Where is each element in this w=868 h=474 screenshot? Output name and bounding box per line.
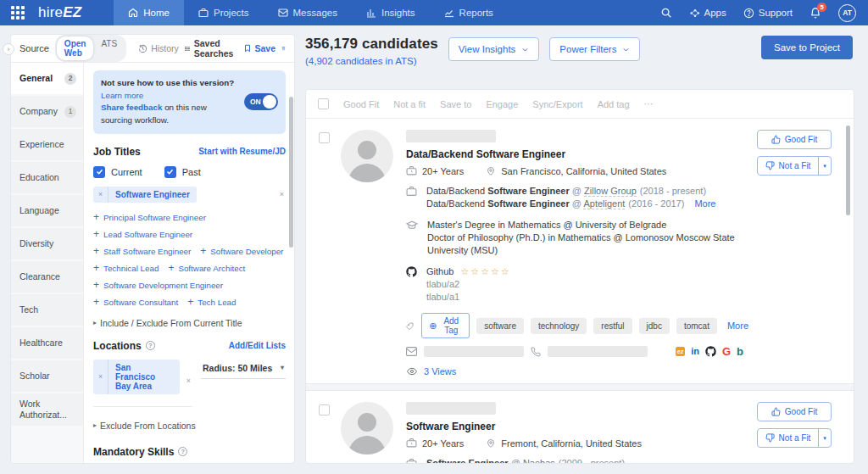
learn-more-link[interactable]: Learn more [101,91,143,100]
support-menu[interactable]: Support [743,8,793,19]
github-stars: ☆☆☆☆☆ [460,266,510,276]
job-title-suggestion[interactable]: +Software Architect [168,264,245,273]
views-link[interactable]: 3 Views [406,366,748,376]
nav-tab-messages[interactable]: Messages [264,0,352,25]
user-avatar[interactable]: AT [838,4,856,22]
source-option-open-web[interactable]: Open Web [57,36,94,60]
nav-tab-projects[interactable]: Projects [184,0,264,25]
trash-icon[interactable] [281,43,286,53]
job-title-suggestion[interactable]: +Software Development Engineer [93,281,223,290]
apps-menu[interactable]: Apps [689,8,726,19]
job-title-suggestion[interactable]: +Tech Lead [187,298,236,307]
bulk-action[interactable]: Add tag [598,99,630,109]
power-filters-button[interactable]: Power Filters [549,37,640,61]
experience-more-link[interactable]: More [694,198,715,209]
not-a-fit-button[interactable]: Not a Fit [758,157,818,175]
github-repo[interactable]: tlabu/a1 [426,291,511,304]
page-body: › Source Open Web ATS History Saved Sear… [0,25,868,474]
saved-searches-button[interactable]: Saved Searches [185,38,237,59]
google-icon[interactable]: G [722,346,731,357]
filter-category-item[interactable]: Experience [11,129,83,160]
current-checkbox[interactable]: Current [93,166,142,178]
job-title-suggestion[interactable]: +Software Consultant [93,298,178,307]
help-icon[interactable]: ? [146,341,155,350]
chip-remove-icon[interactable]: × [93,187,108,203]
filter-scrollbar[interactable] [289,97,293,248]
app-grid-icon[interactable] [11,6,25,20]
nav-tab-insights[interactable]: Insights [352,0,430,25]
history-button[interactable]: History [138,43,179,53]
github-repo[interactable]: tlabu/a2 [426,278,511,291]
ats-count-link[interactable]: (4,902 candidates in ATS) [305,56,438,66]
filter-category-item[interactable]: General 2 [11,63,83,94]
notifications-button[interactable]: 5 [810,7,821,19]
bulk-action[interactable]: Not a fit [393,99,426,109]
chip-remove-icon[interactable]: × [93,360,108,394]
more-actions-icon[interactable]: ⋯ [644,98,655,109]
bulk-action[interactable]: Engage [486,99,518,109]
tags-more-link[interactable]: More [727,321,748,331]
add-edit-lists-link[interactable]: Add/Edit Lists [229,341,286,350]
save-search-button[interactable]: Save [243,43,276,53]
filter-category-item[interactable]: Healthcare [11,327,83,359]
company-link[interactable]: Zillow Group [584,186,637,197]
company-link[interactable]: Apteligent [583,198,625,209]
job-title-suggestion[interactable]: +Software Developer [200,247,283,256]
nav-tab-reports[interactable]: Reports [430,0,508,25]
source-option-ats[interactable]: ATS [93,36,125,60]
source-toggle[interactable]: Open Web ATS [55,35,126,62]
add-skills-input[interactable] [93,458,286,463]
good-fit-button[interactable]: Good Fit [757,130,832,149]
filter-category-item[interactable]: Company 1 [11,96,83,127]
job-title-suggestion[interactable]: +Technical Lead [93,264,159,273]
filter-collapse-arrow[interactable]: › [3,43,14,55]
candidate-checkbox[interactable] [319,404,330,415]
job-title-suggestion[interactable]: +Staff Software Engineer [93,247,191,256]
bulk-action[interactable]: Save to [440,99,471,109]
clear-location-icon[interactable]: × [186,376,192,385]
workflow-toggle[interactable]: ON [244,93,278,110]
job-title-suggestion[interactable]: +Lead Software Engineer [93,230,192,239]
hireez-logo[interactable]: hireEZ [38,4,81,21]
past-checkbox[interactable]: Past [164,166,201,178]
filter-category-item[interactable]: Education [11,162,83,193]
filter-category-item[interactable]: Clearance [11,261,83,293]
radius-dropdown[interactable]: Radius: 50 Miles ▾ [201,360,286,379]
not-a-fit-dropdown-caret[interactable]: ▾ [818,429,831,447]
filter-panel-header: Source Open Web ATS History Saved Search… [11,35,294,63]
good-fit-button[interactable]: Good Fit [757,402,832,421]
add-tag-button[interactable]: ⊕Add Tag [421,313,470,338]
not-a-fit-dropdown-caret[interactable]: ▾ [818,157,831,175]
bulk-action[interactable]: Sync/Export [532,99,582,109]
bulk-action[interactable]: Good Fit [343,99,379,109]
candidate-details: Data/Backend Software Engineer 20+ Years… [406,130,748,376]
save-to-project-button[interactable]: Save to Project [761,36,853,59]
filter-category-item[interactable]: Tech [11,294,83,326]
start-with-resume-link[interactable]: Start with Resume/JD [198,147,286,156]
filter-category-item[interactable]: Work Authorizat... [11,393,83,426]
github-profile-icon[interactable] [705,346,716,357]
company-link[interactable]: Naehas [523,458,555,464]
not-a-fit-button[interactable]: Not a Fit [758,429,818,447]
filter-category-item[interactable]: Language [11,195,83,226]
github-icon [406,266,417,277]
hireez-profile-icon[interactable]: ez [676,347,685,356]
share-feedback-link[interactable]: Share feedback [101,103,162,112]
job-title-suggestion[interactable]: +Principal Software Engineer [93,213,206,222]
candidate-checkbox[interactable] [319,132,330,143]
filter-category-item[interactable]: Diversity [11,228,83,259]
filter-category-item[interactable]: Scholar [11,360,83,392]
thumbs-up-icon [771,135,781,144]
checkbox-checked-icon [164,166,176,178]
results-scrollbar[interactable] [846,125,850,215]
clear-job-titles-icon[interactable]: × [280,190,286,198]
include-exclude-toggle[interactable]: ▸ Include / Exclude From Current Title [93,318,286,328]
help-icon[interactable]: ? [178,447,187,456]
linkedin-icon[interactable]: in [691,347,699,356]
search-icon[interactable] [660,7,672,19]
view-insights-button[interactable]: View Insights [448,37,540,61]
select-all-checkbox[interactable] [318,98,329,109]
bing-icon[interactable]: b [737,346,743,357]
nav-tab-home[interactable]: Home [114,0,184,25]
exclude-locations-toggle[interactable]: ▸ Exclude From Locations [93,421,286,431]
